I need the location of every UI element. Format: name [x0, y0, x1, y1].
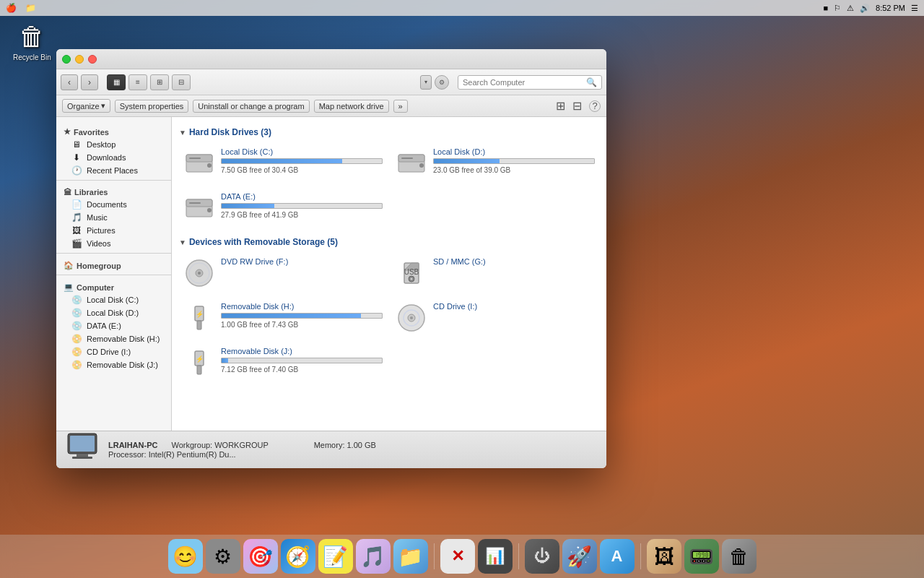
- dock-preview[interactable]: 🖼: [647, 539, 681, 574]
- sidebar-item-desktop[interactable]: 🖥 Desktop: [56, 138, 171, 151]
- svg-rect-33: [72, 457, 92, 459]
- drive-e-bar: [222, 204, 274, 208]
- sidebar-item-pictures[interactable]: 🖼 Pictures: [56, 224, 171, 237]
- help-icon[interactable]: ?: [589, 100, 601, 112]
- drive-dvd-f[interactable]: DVD RW Drive (F:): [179, 253, 387, 293]
- system-properties-button[interactable]: System properties: [115, 100, 189, 113]
- details-pane-icon[interactable]: ⊟: [572, 99, 582, 113]
- dock-finder-folder[interactable]: 📁: [393, 539, 428, 574]
- sidebar-item-videos[interactable]: 🎬 Videos: [56, 237, 171, 250]
- computer-sidebar-icon: 💻: [64, 282, 74, 292]
- drive-e-name: DATA (E:): [221, 192, 383, 201]
- dock-notes[interactable]: 📝: [318, 539, 353, 574]
- more-button[interactable]: »: [393, 100, 408, 113]
- drive-cd-i[interactable]: CD Drive (I:): [391, 298, 599, 338]
- dock-launchpad[interactable]: 🎯: [243, 539, 278, 574]
- sidebar-item-downloads[interactable]: ⬇ Downloads: [56, 151, 171, 164]
- main-area: ★ Favorites 🖥 Desktop ⬇ Downloads 🕐 Rece…: [56, 117, 606, 431]
- drive-sd-g[interactable]: USB SD / MMC (G:): [391, 253, 599, 293]
- hard-disk-toggle[interactable]: ▼: [179, 129, 186, 137]
- drive-c-name: Local Disk (C:): [221, 147, 383, 156]
- svg-rect-7: [401, 158, 413, 159]
- memory-text: Memory: 1.00 GB: [314, 441, 376, 449]
- removable-toggle[interactable]: ▼: [179, 238, 186, 246]
- drive-f-graphic: [183, 257, 215, 289]
- sidebar-item-removable-h[interactable]: 📀 Removable Disk (H:): [56, 332, 171, 345]
- drive-data-e[interactable]: DATA (E:) 27.9 GB free of 41.9 GB: [179, 188, 387, 228]
- drive-h-name: Removable Disk (H:): [221, 302, 383, 311]
- dock-separator-1: [434, 543, 435, 569]
- dock-resolution[interactable]: 📟: [684, 539, 719, 574]
- search-box[interactable]: 🔍: [458, 75, 602, 90]
- dock-instruments[interactable]: 📊: [478, 539, 513, 574]
- close-button[interactable]: [88, 55, 97, 64]
- sidebar-local-d-label: Local Disk (D:): [87, 309, 139, 317]
- favorites-star-icon: ★: [64, 127, 71, 137]
- libraries-label: Libraries: [74, 188, 108, 197]
- minimize-button[interactable]: [75, 55, 84, 64]
- map-network-button[interactable]: Map network drive: [314, 100, 389, 113]
- dock-finder[interactable]: 😊: [168, 539, 203, 574]
- organize-button[interactable]: Organize ▾: [62, 99, 110, 113]
- sidebar-item-removable-j[interactable]: 📀 Removable Disk (J:): [56, 358, 171, 371]
- settings-button[interactable]: ⚙: [435, 75, 449, 90]
- sidebar-item-local-d[interactable]: 💿 Local Disk (D:): [56, 306, 171, 319]
- drive-i-icon: 📀: [71, 347, 82, 357]
- sidebar-item-local-c[interactable]: 💿 Local Disk (C:): [56, 293, 171, 306]
- drive-c-bar: [222, 159, 342, 163]
- search-input[interactable]: [463, 78, 586, 87]
- view-list-button[interactable]: ≡: [128, 74, 147, 90]
- drive-h-graphic: ⚡: [183, 302, 215, 334]
- dock-rocket[interactable]: 🚀: [562, 539, 597, 574]
- dock-power[interactable]: ⏻: [525, 539, 559, 574]
- sidebar-item-cd-i[interactable]: 📀 CD Drive (I:): [56, 345, 171, 358]
- dock-trash[interactable]: 🗑: [722, 539, 757, 574]
- removable-section-label: Devices with Removable Storage (5): [189, 237, 338, 247]
- view-tiles-button[interactable]: ⊟: [172, 74, 191, 90]
- back-button[interactable]: ‹: [61, 74, 78, 90]
- sidebar-music-label: Music: [87, 213, 108, 222]
- drive-h-bar-container: [221, 313, 383, 319]
- view-details-button[interactable]: ⊞: [150, 74, 169, 90]
- drive-i-info: CD Drive (I:): [433, 302, 595, 311]
- drive-removable-h[interactable]: ⚡ Removable Disk (H:) 1.00 GB free of 7.…: [179, 298, 387, 338]
- hard-disk-section-header: ▼ Hard Disk Drives (3): [179, 127, 599, 137]
- drive-local-c[interactable]: Local Disk (C:) 7.50 GB free of 30.4 GB: [179, 143, 387, 184]
- uninstall-button[interactable]: Uninstall or change a program: [193, 100, 309, 113]
- desktop-icon: 🖥: [71, 139, 82, 150]
- apple-menu-icon[interactable]: 🍎: [6, 3, 17, 13]
- drive-h-icon: 📀: [71, 334, 82, 344]
- menubar-hamburger-icon[interactable]: ☰: [911, 4, 918, 13]
- maximize-button[interactable]: [62, 55, 71, 64]
- dock-x-app[interactable]: ✕: [440, 539, 475, 574]
- dock-system-preferences[interactable]: ⚙: [206, 539, 240, 574]
- computer-label: Computer: [77, 283, 114, 292]
- view-large-icons-button[interactable]: ▦: [107, 74, 126, 90]
- sidebar-item-music[interactable]: 🎵 Music: [56, 211, 171, 224]
- forward-button[interactable]: ›: [81, 74, 98, 90]
- dock-appstore[interactable]: A: [600, 539, 635, 574]
- dropdown-button[interactable]: ▾: [420, 75, 432, 90]
- drive-j-name: Removable Disk (J:): [221, 347, 383, 355]
- sidebar-item-documents[interactable]: 📄 Documents: [56, 198, 171, 211]
- svg-point-10: [207, 208, 212, 212]
- finder-menu[interactable]: 📁: [25, 3, 36, 13]
- drive-j-bar-container: [221, 358, 383, 363]
- drive-removable-j[interactable]: ⚡ Removable Disk (J:) 7.12 GB free of 7.…: [179, 342, 387, 383]
- sidebar-item-data-e[interactable]: 💿 DATA (E:): [56, 319, 171, 332]
- dock-separator-2: [518, 543, 519, 569]
- dock-itunes[interactable]: 🎵: [356, 539, 391, 574]
- recycle-bin-desktop-icon[interactable]: 🗑 Recycle Bin: [13, 22, 51, 61]
- svg-point-2: [207, 163, 212, 168]
- svg-rect-28: [197, 366, 201, 374]
- view-toggle-icon[interactable]: ⊞: [556, 99, 565, 113]
- svg-point-25: [410, 316, 413, 319]
- drive-c-graphic: [183, 147, 215, 179]
- menubar-wifi-icon: ⚐: [834, 4, 841, 13]
- dock: 😊 ⚙ 🎯 🧭 📝 🎵 📁 ✕ 📊 ⏻ 🚀 A 🖼 📟 🗑: [0, 535, 924, 578]
- dock-safari[interactable]: 🧭: [281, 539, 315, 574]
- drive-local-d[interactable]: Local Disk (D:) 23.0 GB free of 39.0 GB: [391, 143, 599, 184]
- sidebar-item-recent-places[interactable]: 🕐 Recent Places: [56, 164, 171, 177]
- svg-point-14: [198, 272, 201, 275]
- uninstall-label: Uninstall or change a program: [198, 102, 304, 111]
